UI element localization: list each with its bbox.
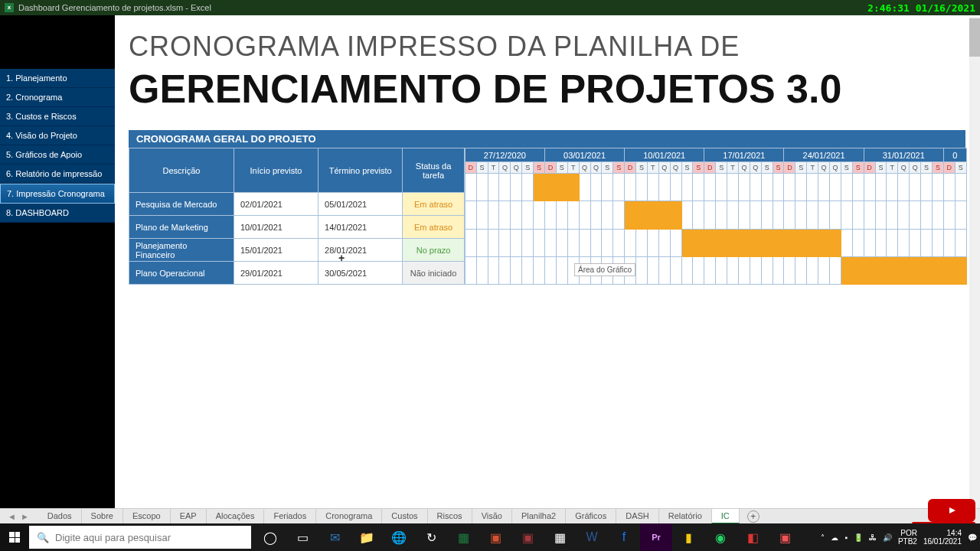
sheet-nav[interactable]: ◄► — [8, 512, 29, 521]
sheet-tab-ic[interactable]: IC — [712, 509, 740, 524]
access-icon[interactable]: ▣ — [511, 523, 544, 551]
gantt-bar[interactable] — [716, 229, 727, 256]
gantt-bar[interactable] — [841, 256, 852, 284]
app-icon-3[interactable]: ▣ — [769, 523, 801, 551]
gantt-bar[interactable] — [807, 229, 818, 256]
gantt-bar[interactable] — [955, 256, 966, 284]
sheet-tab-planilha2[interactable]: Planilha2 — [512, 509, 566, 524]
task-end[interactable]: 05/01/2021 — [318, 193, 403, 216]
task-view-icon[interactable]: ▭ — [286, 523, 318, 551]
sheet-tab-cronograma[interactable]: Cronograma — [316, 509, 382, 524]
youtube-subscribe-button[interactable] — [928, 499, 975, 522]
sidebar-item-3[interactable]: 3. Custos e Riscos — [0, 107, 115, 126]
volume-icon[interactable]: 🔊 — [883, 533, 892, 542]
sheet-tab-gráficos[interactable]: Gráficos — [566, 509, 616, 524]
cortana-icon[interactable]: ◯ — [254, 523, 286, 551]
file-explorer-icon[interactable]: 📁 — [351, 523, 383, 551]
gantt-bar[interactable] — [784, 229, 795, 256]
gantt-bar[interactable] — [818, 229, 830, 256]
sheet-tab-escopo[interactable]: Escopo — [123, 509, 171, 524]
task-start[interactable]: 10/01/2021 — [234, 216, 318, 239]
gantt-bar[interactable] — [556, 174, 567, 201]
sheet-tab-custos[interactable]: Custos — [382, 509, 427, 524]
gantt-bar[interactable] — [761, 229, 773, 256]
whatsapp-icon[interactable]: ◉ — [704, 523, 737, 551]
gantt-bar[interactable] — [875, 256, 887, 284]
task-status[interactable]: Em atraso — [403, 193, 464, 216]
gantt-bar[interactable] — [670, 201, 681, 229]
onedrive-icon[interactable]: ☁ — [831, 533, 838, 542]
task-desc[interactable]: Plano Operacional — [129, 262, 234, 285]
task-status[interactable]: Não iniciado — [403, 262, 464, 285]
task-status[interactable]: Em atraso — [403, 216, 464, 239]
network-icon[interactable]: 🖧 — [869, 533, 877, 542]
powerbi-icon[interactable]: ▮ — [672, 523, 704, 551]
gantt-bar[interactable] — [727, 229, 739, 256]
app-icon-2[interactable]: ◧ — [737, 523, 769, 551]
gantt-bar[interactable] — [830, 229, 841, 256]
vertical-scrollbar[interactable] — [969, 17, 980, 508]
gantt-bar[interactable] — [704, 229, 716, 256]
sidebar-item-2[interactable]: 2. Cronograma — [0, 88, 115, 107]
gantt-bar[interactable] — [921, 256, 933, 284]
sidebar-item-5[interactable]: 5. Gráficos de Apoio — [0, 145, 115, 165]
powerpoint-icon[interactable]: ▣ — [479, 523, 511, 551]
gantt-bar[interactable] — [625, 201, 636, 229]
tray-chevron-icon[interactable]: ˄ — [821, 533, 825, 542]
system-tray[interactable]: ˄ ☁ ▪ 🔋 🖧 🔊 POR PTB2 14:4 16/01/2021 💬 — [821, 529, 980, 546]
sidebar-item-1[interactable]: 1. Planejamento — [0, 69, 115, 88]
notifications-icon[interactable]: 💬 — [968, 533, 977, 542]
task-start[interactable]: 29/01/2021 — [234, 262, 318, 285]
task-end[interactable]: 30/05/2021 — [318, 262, 403, 285]
taskbar-clock[interactable]: 14:4 16/01/2021 — [923, 529, 962, 546]
word-icon[interactable]: W — [576, 523, 608, 551]
battery-icon[interactable]: 🔋 — [854, 533, 863, 542]
facebook-icon[interactable]: f — [608, 523, 640, 551]
sheet-tab-relatório[interactable]: Relatório — [659, 509, 712, 524]
task-start[interactable]: 02/01/2021 — [234, 193, 318, 216]
outlook-icon[interactable]: ✉ — [318, 523, 351, 551]
task-desc[interactable]: Planejamento Financeiro — [129, 239, 234, 262]
task-end[interactable]: 28/01/2021 — [318, 239, 403, 262]
gantt-bar[interactable] — [887, 256, 898, 284]
sheet-tab-alocações[interactable]: Alocações — [207, 509, 265, 524]
app-icon-1[interactable]: ▦ — [544, 523, 576, 551]
excel-taskbar-icon[interactable]: ▦ — [447, 523, 479, 551]
premiere-icon[interactable]: Pr — [640, 523, 672, 551]
gantt-bar[interactable] — [910, 256, 921, 284]
sidebar-item-6[interactable]: 6. Relatório de impressão — [0, 165, 115, 184]
sidebar-item-4[interactable]: 4. Visão do Projeto — [0, 126, 115, 145]
sheet-tab-feriados[interactable]: Feriados — [264, 509, 316, 524]
gantt-bar[interactable] — [864, 256, 875, 284]
gantt-bar[interactable] — [658, 201, 670, 229]
task-status[interactable]: No prazo — [403, 239, 464, 262]
language-indicator[interactable]: POR PTB2 — [898, 529, 917, 546]
tray-app-icon[interactable]: ▪ — [844, 533, 848, 542]
start-button[interactable] — [0, 523, 29, 551]
gantt-bar[interactable] — [636, 201, 648, 229]
sidebar-item-8[interactable]: 8. DASHBOARD — [0, 204, 115, 223]
sheet-tab-riscos[interactable]: Riscos — [428, 509, 472, 524]
add-sheet-button[interactable]: + — [747, 510, 760, 523]
sheet-tab-visão[interactable]: Visão — [472, 509, 512, 524]
gantt-bar[interactable] — [898, 256, 910, 284]
gantt-bar[interactable] — [932, 256, 943, 284]
sheet-tab-sobre[interactable]: Sobre — [82, 509, 123, 524]
gantt-chart[interactable]: Descrição Início previsto Término previs… — [129, 148, 967, 285]
gantt-bar[interactable] — [943, 256, 955, 284]
task-desc[interactable]: Plano de Marketing — [129, 216, 234, 239]
edge-icon[interactable]: ↻ — [415, 523, 447, 551]
gantt-bar[interactable] — [693, 229, 704, 256]
chrome-icon[interactable]: 🌐 — [383, 523, 415, 551]
gantt-bar[interactable] — [647, 201, 658, 229]
task-start[interactable]: 15/01/2021 — [234, 239, 318, 262]
gantt-bar[interactable] — [773, 229, 784, 256]
sheet-tab-eap[interactable]: EAP — [171, 509, 207, 524]
gantt-bar[interactable] — [534, 174, 545, 201]
gantt-bar[interactable] — [567, 174, 579, 201]
taskbar-search[interactable]: 🔍 Digite aqui para pesquisar — [29, 526, 251, 549]
sheet-tab-dados[interactable]: Dados — [38, 509, 82, 524]
gantt-bar[interactable] — [738, 229, 750, 256]
gantt-bar[interactable] — [544, 174, 556, 201]
worksheet-area[interactable]: CRONOGRAMA IMPRESSO DA PLANILHA DE GEREN… — [115, 15, 980, 508]
